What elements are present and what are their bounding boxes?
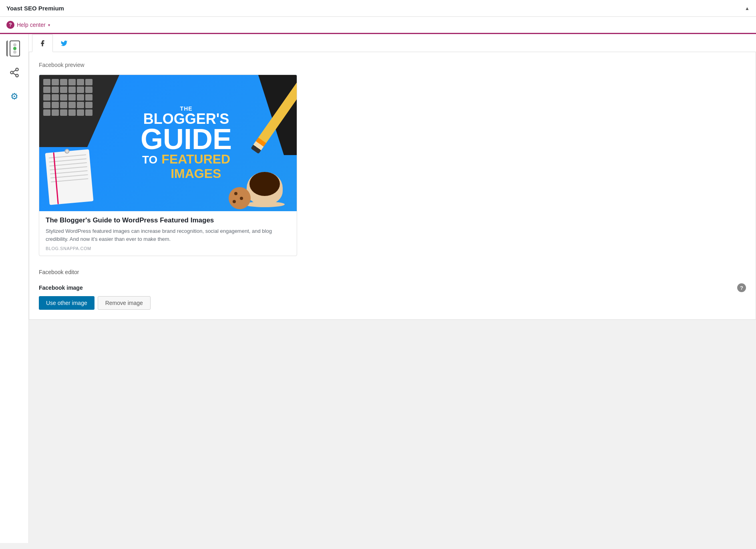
key (60, 94, 67, 101)
notepad-red-line (53, 152, 58, 204)
key (77, 87, 84, 93)
key (85, 87, 92, 93)
key (68, 79, 76, 85)
help-icon: ? (6, 21, 14, 29)
twitter-icon (60, 40, 68, 47)
key (43, 79, 50, 85)
facebook-icon (39, 40, 46, 47)
key (68, 94, 76, 101)
content-area: Facebook preview (29, 34, 756, 543)
key (77, 79, 84, 85)
notepad-decoration (45, 149, 94, 205)
overlay-featured-images: FEATURED IMAGES (161, 152, 230, 181)
tab-facebook[interactable] (32, 34, 53, 52)
field-help-icon[interactable]: ? (737, 283, 746, 292)
svg-point-2 (16, 74, 18, 77)
svg-line-3 (13, 73, 16, 75)
key (60, 102, 67, 108)
facebook-preview-card: THE BLOGGER'S GUIDE TO FEATURED IMAGES (39, 75, 297, 256)
key (85, 79, 92, 85)
sidebar: ⚙ (0, 34, 29, 543)
key (43, 94, 50, 101)
key (85, 94, 92, 101)
image-field-row: Facebook image ? (39, 283, 746, 292)
help-bar: ? Help center ▾ (0, 17, 756, 34)
cookie-chip (240, 197, 243, 200)
image-button-row: Use other image Remove image (39, 296, 746, 310)
facebook-editor-section: Facebook editor Facebook image ? Use oth… (39, 269, 746, 310)
key (68, 102, 76, 108)
facebook-card-description: Stylized WordPress featured images can i… (46, 227, 290, 243)
key (60, 109, 67, 116)
remove-image-button[interactable]: Remove image (98, 296, 151, 310)
help-center-label: Help center (17, 22, 46, 28)
key (60, 79, 67, 85)
overlay-featured-text: FEATURED (161, 152, 230, 166)
key (52, 87, 59, 93)
keyboard-keys (43, 79, 92, 116)
cookie-chip (233, 200, 236, 203)
key (52, 94, 59, 101)
facebook-card-title: The Blogger's Guide to WordPress Feature… (46, 216, 290, 225)
sidebar-item-advanced[interactable]: ⚙ (6, 89, 22, 105)
main-layout: ⚙ Facebook preview (0, 34, 756, 543)
gear-icon: ⚙ (10, 91, 18, 102)
key (68, 87, 76, 93)
image-background: THE BLOGGER'S GUIDE TO FEATURED IMAGES (39, 75, 297, 211)
key (52, 109, 59, 116)
editor-section-label: Facebook editor (39, 269, 746, 275)
facebook-preview-image: THE BLOGGER'S GUIDE TO FEATURED IMAGES (39, 75, 297, 211)
overlay-images-text: IMAGES (161, 166, 230, 181)
tl-dot-green (13, 47, 16, 50)
cookie-decoration (229, 187, 251, 209)
tl-dot-red (13, 43, 16, 46)
overlay-guide-text: GUIDE (141, 126, 232, 152)
key (60, 87, 67, 93)
cookie-chip (234, 192, 237, 195)
svg-line-4 (13, 70, 16, 72)
tab-twitter[interactable] (54, 34, 74, 52)
facebook-preview-section: Facebook preview (39, 62, 746, 256)
key (43, 87, 50, 93)
facebook-card-domain: BLOG.SNAPPA.COM (46, 246, 290, 251)
tabs-bar (29, 34, 756, 52)
key (52, 79, 59, 85)
app-title: Yoast SEO Premium (6, 5, 64, 12)
help-center-button[interactable]: ? Help center ▾ (6, 21, 50, 29)
sidebar-item-social[interactable] (6, 65, 22, 81)
facebook-card-info: The Blogger's Guide to WordPress Feature… (39, 211, 297, 256)
overlay-to-featured-row: TO FEATURED IMAGES (141, 152, 232, 181)
collapse-arrow[interactable]: ▲ (745, 6, 750, 11)
key (85, 102, 92, 108)
key (68, 109, 76, 116)
key (43, 102, 50, 108)
share-icon (9, 67, 20, 78)
key (85, 109, 92, 116)
traffic-light-icon (10, 40, 20, 57)
cup-coffee (249, 172, 280, 196)
main-panel: Facebook preview (29, 52, 756, 320)
top-bar: Yoast SEO Premium ▲ (0, 0, 756, 17)
image-text-overlay: THE BLOGGER'S GUIDE TO FEATURED IMAGES (141, 105, 232, 181)
sidebar-item-seo[interactable] (6, 40, 22, 57)
svg-point-0 (16, 68, 18, 71)
svg-point-1 (10, 71, 13, 74)
overlay-to-text: TO (142, 153, 157, 166)
use-other-image-button[interactable]: Use other image (39, 296, 94, 310)
tl-dot-gray (13, 50, 16, 54)
key (77, 102, 84, 108)
key (77, 94, 84, 101)
key (43, 109, 50, 116)
notepad-ring (64, 149, 70, 154)
chevron-down-icon: ▾ (48, 23, 50, 27)
key (52, 102, 59, 108)
image-field-label: Facebook image (39, 285, 83, 291)
key (77, 109, 84, 116)
preview-section-label: Facebook preview (39, 62, 746, 68)
